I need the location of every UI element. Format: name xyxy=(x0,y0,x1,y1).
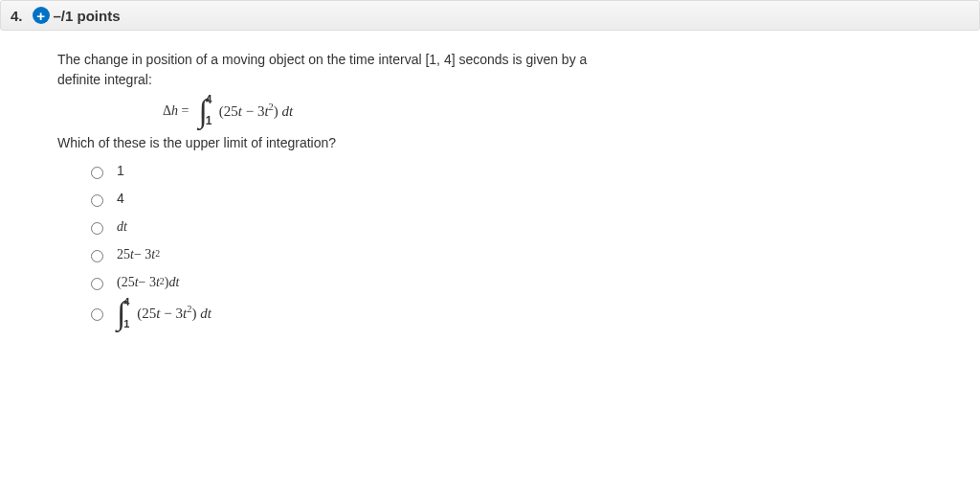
integrand: (25t − 3t2) dt xyxy=(219,100,293,123)
option-6-radio[interactable] xyxy=(91,308,103,321)
question-body: The change in position of a moving objec… xyxy=(38,42,938,352)
option-2-label: 4 xyxy=(117,189,124,209)
option-5-label: (25t − 3t2) dt xyxy=(117,272,179,292)
option-4-radio[interactable] xyxy=(91,250,103,262)
option-5-radio[interactable] xyxy=(91,278,103,290)
question-prompt: The change in position of a moving objec… xyxy=(57,50,919,90)
equation-lhs: Δh = xyxy=(163,101,189,121)
option-6[interactable]: ∫ 4 1 (25t − 3t2) dt xyxy=(86,300,919,326)
integral-sign-icon: ∫ 4 1 xyxy=(117,300,125,326)
equation: Δh = ∫ 4 1 (25t − 3t2) dt xyxy=(163,98,919,124)
option-2[interactable]: 4 xyxy=(86,189,919,209)
option-1-label: 1 xyxy=(117,161,124,181)
integral-sign-icon: ∫ 4 1 xyxy=(198,98,207,124)
points-label: –/1 points xyxy=(54,8,121,24)
integral-lower-limit: 1 xyxy=(123,320,129,329)
option-1[interactable]: 1 xyxy=(86,161,919,181)
option-5[interactable]: (25t − 3t2) dt xyxy=(86,272,919,292)
integral-lower-limit: 1 xyxy=(206,117,212,126)
option-3-radio[interactable] xyxy=(91,222,103,235)
option-3[interactable]: dt xyxy=(86,216,919,237)
option-4-label: 25t − 3t2 xyxy=(117,244,160,264)
integrand: (25t − 3t2) dt xyxy=(137,302,211,325)
prompt-line-1: The change in position of a moving objec… xyxy=(57,52,587,67)
option-6-label: ∫ 4 1 (25t − 3t2) dt xyxy=(117,300,215,326)
question-header: 4. + –/1 points xyxy=(0,0,980,31)
sub-question: Which of these is the upper limit of int… xyxy=(57,133,919,153)
expand-icon[interactable]: + xyxy=(33,7,50,24)
integral-upper-limit: 4 xyxy=(123,298,129,306)
option-3-label: dt xyxy=(117,216,127,237)
question-number: 4. xyxy=(11,8,23,24)
options-list: 1 4 dt 25t − 3t2 (25t − 3t2) dt xyxy=(86,161,919,326)
option-1-radio[interactable] xyxy=(91,167,103,179)
prompt-line-2: definite integral: xyxy=(57,72,152,87)
integral-upper-limit: 4 xyxy=(206,96,212,105)
option-2-radio[interactable] xyxy=(91,194,103,207)
option-4[interactable]: 25t − 3t2 xyxy=(86,244,919,264)
